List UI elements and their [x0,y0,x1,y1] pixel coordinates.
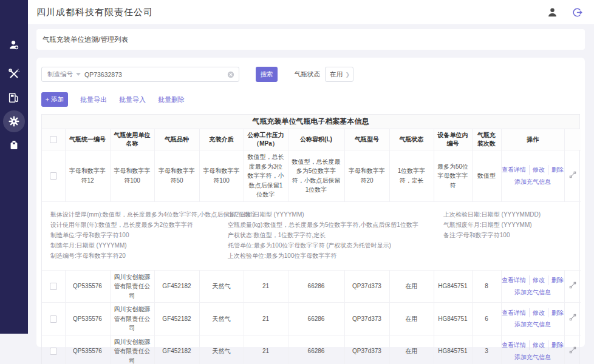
view-detail-link[interactable]: 查看详情 [499,275,529,285]
view-detail-link[interactable]: 查看详情 [499,308,529,318]
logout-icon[interactable] [572,7,583,18]
cell-unified-number: QP535576 [65,335,110,364]
status-filter: 气瓶状态 在用 ❯ [295,67,353,82]
detail-line: 气瓶报废年月:日期型 (YYYYMM) [443,220,578,230]
detail-line: 空瓶质量(kg):数值型，总长度最多为5位数字字符,小数点后保留1位数字 [228,220,443,230]
row-checkbox[interactable] [50,348,57,355]
add-fill-info-link[interactable]: 添加充气信息 [511,289,554,295]
cell-operations: 查看详情 修改 删除 添加充气信息 [501,270,564,303]
search-group: 制造编号 [41,67,239,82]
expand-icon[interactable] [569,348,576,355]
add-button-label: 添加 [51,95,64,104]
action-row: + 添加 批量导出 批量导入 批量删除 [41,92,580,107]
detail-line: 托管单位:最多为100位字母数字字符 (产权状态为托管时显示) [228,240,443,251]
clear-input-icon[interactable] [227,71,234,78]
cell-filling-medium: 天然气 [199,303,244,335]
col-using-unit: 气瓶使用单位名称 [110,129,154,150]
bottle-icon [8,139,20,151]
main-card: 制造编号 搜索 气瓶状态 在用 ❯ [36,58,585,347]
edit-link[interactable]: 修改 [529,165,548,175]
cell-device-number: HG845751 [434,270,472,303]
detail-line: 上次检验单位:最多为100位字母数字字符 [228,251,443,261]
cell-device-number: HG845751 [434,335,472,364]
top-header: 四川成都科技有限责任公司 [28,0,594,24]
cell-status: 在用 [389,335,434,364]
cell-nominal-volume: 66286 [288,270,344,303]
col-unified-number: 气瓶统一编号 [65,129,110,150]
add-fill-info-link[interactable]: 添加充气信息 [511,321,554,328]
status-select[interactable]: 在用 ❯ [325,67,353,82]
records-table: 气瓶统一编号 气瓶使用单位名称 气瓶品种 充装介质 公称工作压力（MPa） 公称… [42,129,581,364]
batch-delete-button[interactable]: 批量删除 [158,95,185,104]
cell-using-unit: 四川安创能源管有限责任公司 [110,270,154,303]
batch-export-button[interactable]: 批量导出 [80,95,107,104]
cell-expand [564,303,581,335]
cell-status: 在用 [389,270,434,303]
cell-model: QP37d373 [344,270,389,303]
view-detail-link[interactable]: 查看详情 [499,340,529,350]
delete-link[interactable]: 删除 [548,275,567,285]
table-row: QP535576 四川安创能源管有限责任公司 GF452182 天然气 21 6… [42,270,581,303]
sidebar-item-user-manage[interactable] [3,34,25,56]
expand-icon[interactable] [569,283,576,290]
col-operations: 操作 [501,129,564,150]
detail-line: 制造编号:字母和数字字符20 [50,251,228,261]
cell-unified-number: QP535576 [65,270,110,303]
chevron-right-icon: ❯ [345,72,350,78]
cell-using-unit: 四川安创能源管有限责任公司 [110,335,154,364]
add-fill-info-link[interactable]: 添加充气信息 [511,354,554,360]
row-checkbox[interactable] [50,315,57,323]
row-checkbox[interactable] [50,172,57,180]
expand-icon[interactable] [569,315,576,322]
edit-link[interactable]: 修改 [529,340,548,350]
user-account-icon[interactable] [547,7,558,18]
expand-icon[interactable] [569,173,576,180]
cell-cylinder-type: GF452182 [154,270,199,303]
breadcrumb-card: 气瓶充装单位追溯/管理列表 [36,29,585,50]
delete-link[interactable]: 删除 [548,340,567,350]
cell-nominal-volume: 数值型，总长度最多为5位数字字符，小数点后保留1位数字 [288,150,344,202]
chevron-down-icon [76,73,81,76]
search-field-selector[interactable]: 制造编号 [42,70,84,79]
delete-link[interactable]: 删除 [548,165,567,175]
add-fill-info-link[interactable]: 添加充气信息 [511,178,554,185]
add-button[interactable]: + 添加 [41,92,68,107]
col-device-number: 设备单位内编号 [434,129,472,150]
search-button[interactable]: 搜索 [256,67,278,82]
view-detail-link[interactable]: 查看详情 [499,165,529,175]
table-title: 气瓶充装单位气瓶电子档案基本信息 [42,115,579,129]
detail-panel: 瓶体设计壁厚(mm):数值型，总长度最多为4位数字字符,小数点后保留2位数字 设… [44,204,578,268]
table-row: QP535576 四川安创能源管有限责任公司 GF452182 天然气 21 6… [42,303,581,335]
col-status: 气瓶状态 [389,129,434,150]
col-working-pressure: 公称工作压力（MPa） [244,129,288,150]
row-checkbox[interactable] [50,283,57,290]
delete-link[interactable]: 删除 [548,308,567,318]
sidebar-item-settings[interactable] [3,110,25,132]
select-all-checkbox[interactable] [50,136,57,143]
edit-link[interactable]: 修改 [529,275,548,285]
detail-right-column: 上次检验日期:日期型 (YYYYMMDD) 气瓶报废年月:日期型 (YYYYMM… [443,209,578,261]
sidebar-item-tools[interactable] [3,63,25,85]
cell-working-pressure: 21 [244,270,288,303]
sidebar-item-bottle[interactable] [3,134,25,156]
cell-expand [564,335,581,364]
table-header-row: 气瓶统一编号 气瓶使用单位名称 气瓶品种 充装介质 公称工作压力（MPa） 公称… [42,129,581,150]
sidebar-item-fuel-station[interactable] [3,87,25,109]
cell-nominal-volume: 66286 [288,303,344,335]
cell-device-number: 最多为50位字母数字字符 [434,150,472,202]
cell-filling-medium: 字母和数字字符100 [199,150,244,202]
cell-status: 在用 [389,303,434,335]
cell-nominal-volume: 66286 [288,335,344,364]
detail-left-column: 瓶体设计壁厚(mm):数值型，总长度最多为4位数字字符,小数点后保留2位数字 设… [50,209,228,261]
status-filter-label: 气瓶状态 [295,70,320,79]
col-nominal-volume: 公称容积(L) [288,129,344,150]
batch-import-button[interactable]: 批量导入 [119,95,146,104]
detail-line: 瓶体设计壁厚(mm):数值型，总长度最多为4位数字字符,小数点后保留2位数字 [50,209,228,220]
cell-device-number: HG845751 [434,303,472,335]
col-filling-medium: 充装介质 [199,129,244,150]
tools-icon [7,67,21,81]
search-input[interactable] [84,71,227,78]
cell-filling-medium: 天然气 [199,270,244,303]
edit-link[interactable]: 修改 [529,308,548,318]
cell-operations: 查看详情 修改 删除 添加充气信息 [501,335,564,364]
